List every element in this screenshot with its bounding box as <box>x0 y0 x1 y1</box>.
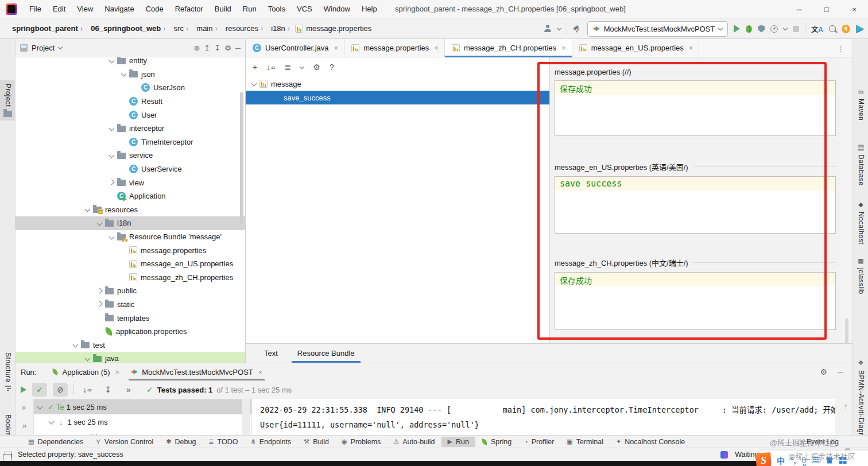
tree-expand-arrow-icon[interactable] <box>96 301 105 307</box>
project-tree-item[interactable]: public <box>16 284 245 298</box>
breadcrumb-item[interactable]: main <box>186 24 213 33</box>
tree-expand-arrow-icon[interactable] <box>72 342 81 348</box>
breadcrumb-item[interactable]: resources <box>215 24 258 33</box>
update-icon[interactable] <box>842 25 850 33</box>
debug-button[interactable] <box>746 25 752 33</box>
add-property-icon[interactable]: + <box>253 63 257 72</box>
tree-expand-arrow-icon[interactable] <box>120 261 129 267</box>
toolwindow-button[interactable]: ✱ Debug <box>160 437 202 447</box>
menu-item[interactable]: Edit <box>48 2 71 16</box>
project-tree-item[interactable]: templates <box>16 311 245 325</box>
chevron-down-icon[interactable] <box>58 45 63 49</box>
tree-expand-arrow-icon[interactable] <box>96 329 105 335</box>
toolwindow-button[interactable]: ϒ Version Control <box>90 437 160 447</box>
toolwindow-stripe-button[interactable]: Structure <box>0 349 16 394</box>
project-tree-item[interactable]: i18n <box>16 216 245 230</box>
toolwindow-stripe-button[interactable]: ❖ BPMN-Activiti-Diagra <box>853 356 868 443</box>
tree-expand-arrow-icon[interactable] <box>84 207 93 212</box>
tree-expand-arrow-icon[interactable] <box>120 99 129 104</box>
editor-tab[interactable]: message.properties × <box>344 39 445 57</box>
toolwindow-button[interactable]: ▶ Run <box>441 437 475 447</box>
run-tab[interactable]: Application (5) × <box>46 363 125 380</box>
coverage-button[interactable] <box>758 25 765 33</box>
hide-toolwindow-icon[interactable]: ─ <box>838 367 843 376</box>
project-tree-item[interactable]: service <box>16 149 245 162</box>
toolwindow-button[interactable]: ⚠ Auto-build <box>387 437 441 447</box>
toolwindow-button[interactable]: ✦ Nocalhost Console <box>610 437 691 447</box>
sort-alphabetically-icon[interactable] <box>80 383 95 397</box>
project-tree-item[interactable]: static <box>16 298 245 312</box>
run-button[interactable] <box>734 25 740 33</box>
project-view-icon[interactable] <box>20 44 28 52</box>
toolwindow-button[interactable]: ▤ Dependencies <box>22 437 90 447</box>
tree-expand-arrow-icon[interactable] <box>48 419 57 425</box>
project-tree-item[interactable]: view <box>16 176 245 189</box>
chevron-down-icon[interactable] <box>300 64 304 68</box>
hide-toolwindow-icon[interactable]: ─ <box>235 44 241 52</box>
tree-expand-arrow-icon[interactable] <box>274 95 284 100</box>
run-configuration-select[interactable]: MockMvcTest.testMockMvcPOST <box>587 21 728 37</box>
test-tree-row[interactable]: ✓ Te 1 sec 25 ms <box>34 399 251 414</box>
project-tree-item[interactable]: entity <box>16 57 245 68</box>
breadcrumb-item[interactable]: 06_springboot_web <box>80 24 161 33</box>
tree-expand-arrow-icon[interactable] <box>96 220 105 226</box>
toolwindow-button[interactable]: ⚒ Build <box>297 437 335 447</box>
menu-item[interactable]: Build <box>210 2 237 16</box>
menu-item[interactable]: File <box>24 2 46 16</box>
project-tree-item[interactable]: TimeInterceptor <box>16 135 245 149</box>
breadcrumb-item[interactable]: i18n <box>261 24 285 33</box>
show-passed-toggle[interactable]: ✓ <box>32 383 47 397</box>
more-icon[interactable]: » <box>22 421 26 430</box>
user-profile-icon[interactable] <box>544 25 552 33</box>
menu-item[interactable]: Run <box>238 2 262 16</box>
locate-file-icon[interactable]: ⊕ <box>193 44 200 52</box>
editor-tab[interactable]: message_zh_CH.properties × <box>445 39 572 57</box>
project-tree-item[interactable]: User <box>16 108 245 122</box>
more-actions-icon[interactable]: » <box>121 383 136 397</box>
property-value-editor[interactable]: 保存成功 <box>555 80 836 136</box>
restore-windows-icon[interactable] <box>5 452 12 458</box>
run-console[interactable]: 2022-05-29 22:31:55.338 INFO 29140 --- [… <box>252 399 835 435</box>
show-ignored-toggle[interactable]: ⊘ <box>53 383 68 397</box>
maximize-button[interactable]: □ <box>813 0 840 18</box>
menu-item[interactable]: Tools <box>263 2 290 16</box>
sort-alphabetically-icon[interactable] <box>266 63 275 72</box>
gear-icon[interactable]: ⚙ <box>224 44 231 52</box>
close-tab-icon[interactable]: × <box>689 44 693 52</box>
close-tab-icon[interactable]: × <box>334 44 339 52</box>
test-tree-row[interactable]: ✓ testM <box>34 429 251 435</box>
editor-mode-tab[interactable]: Resource Bundle <box>289 345 363 363</box>
tree-expand-arrow-icon[interactable] <box>36 404 45 410</box>
menu-item[interactable]: Window <box>319 2 355 16</box>
profiler-button[interactable] <box>770 25 778 33</box>
tree-expand-arrow-icon[interactable] <box>120 247 129 253</box>
tree-expand-arrow-icon[interactable] <box>120 71 129 77</box>
run-tab[interactable]: MockMvcTest.testMockMvcPOST × <box>125 363 268 380</box>
editor-tab[interactable]: UserController.java × <box>246 39 344 57</box>
close-tab-icon[interactable]: × <box>258 368 263 376</box>
search-everywhere-icon[interactable] <box>829 25 836 32</box>
property-value-editor[interactable]: 保存成功 <box>555 272 836 330</box>
project-tree-item[interactable]: UserJson <box>16 81 245 95</box>
menu-item[interactable]: VCS <box>292 2 317 16</box>
menu-item[interactable]: Navigate <box>99 2 139 16</box>
translate-icon[interactable]: 文A <box>811 24 823 34</box>
rerun-button[interactable] <box>21 386 26 393</box>
tree-expand-arrow-icon[interactable] <box>108 193 117 199</box>
tree-expand-arrow-icon[interactable] <box>108 153 117 158</box>
toolwindow-stripe-button[interactable]: Database <box>853 141 868 189</box>
editor-tab[interactable]: message_en_US.properties × <box>572 39 700 57</box>
toolwindow-button[interactable]: Spring <box>475 437 518 447</box>
tree-expand-arrow-icon[interactable] <box>120 166 129 172</box>
bundle-key-row[interactable]: save_success <box>246 91 549 104</box>
close-tab-icon[interactable]: × <box>561 44 566 52</box>
toolwindow-button[interactable]: ◔ Profiler <box>518 437 560 447</box>
editor-mode-tab[interactable]: Text <box>256 345 286 363</box>
project-tree-item[interactable]: Result <box>16 95 245 108</box>
project-tree-item[interactable]: java <box>16 352 245 363</box>
project-tree-scrollbar[interactable] <box>240 92 243 224</box>
project-view-selector[interactable]: Project <box>32 44 55 52</box>
property-value-text[interactable]: 保存成功 <box>560 276 592 285</box>
project-tree-item[interactable]: Application <box>16 189 245 203</box>
gear-icon[interactable]: ⚙ <box>313 63 320 72</box>
